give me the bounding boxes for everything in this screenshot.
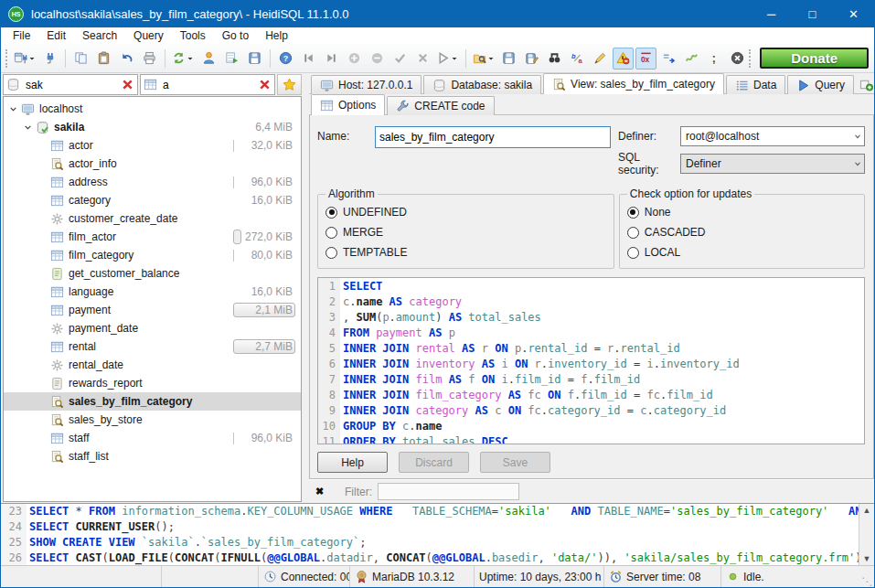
check-option-option-none[interactable]: None <box>627 202 857 222</box>
paste-icon <box>97 51 111 65</box>
main-tab-view-sales-by-film-category[interactable]: View: sales_by_film_category <box>543 73 724 94</box>
tree-item-rental[interactable]: rental2,7 MiB <box>4 337 301 356</box>
main-tab-host-127-0-0-1[interactable]: Host: 127.0.0.1 <box>311 75 421 94</box>
check-option-option-cascaded[interactable]: CASCADED <box>627 222 857 242</box>
tree-item-label: film_category <box>69 249 133 262</box>
sidebar-splitter[interactable] <box>303 73 309 503</box>
view-name-input[interactable] <box>375 126 611 148</box>
algorithm-option-temptable[interactable]: TEMPTABLE <box>325 242 606 262</box>
maximize-button[interactable]: □ <box>792 0 833 27</box>
sql-security-combo[interactable]: Definer <box>680 154 865 174</box>
tree-item-film_category[interactable]: film_category80,0 KiB <box>4 246 301 264</box>
donate-button[interactable]: Donate <box>760 48 869 69</box>
load-file-button[interactable] <box>471 48 496 69</box>
tree-item-language[interactable]: language16,0 KiB <box>4 283 301 301</box>
tree-item-payment_date[interactable]: payment_date <box>4 319 301 337</box>
help-button[interactable]: ? <box>275 48 296 69</box>
tree-item-customer_create_date[interactable]: customer_create_date <box>4 209 301 228</box>
help-button[interactable]: Help <box>317 452 388 473</box>
format-code-button[interactable] <box>590 48 611 69</box>
delete-row-button[interactable] <box>367 48 388 69</box>
print-button[interactable] <box>139 48 160 69</box>
export-rows-button[interactable] <box>221 48 242 69</box>
tree-item-address[interactable]: address96,0 KiB <box>4 173 301 191</box>
filter-input[interactable] <box>378 483 519 500</box>
sub-tab-options[interactable]: Options <box>311 94 385 115</box>
tree-item-actor_info[interactable]: actor_info <box>4 155 301 173</box>
table-filter-input[interactable] <box>161 78 254 92</box>
close-button[interactable]: ✕ <box>833 0 874 27</box>
save-as-button[interactable] <box>521 48 542 69</box>
tree-item-rewards_report[interactable]: rewards_report <box>4 374 301 392</box>
log-scrollbar[interactable]: ▲ ▼ <box>859 504 874 565</box>
tree-item-actor[interactable]: actor32,0 KiB <box>4 136 301 155</box>
apply-button[interactable] <box>389 48 411 69</box>
run-button[interactable] <box>435 48 461 69</box>
tree-item-get_customer_balance[interactable]: get_customer_balance <box>4 264 301 283</box>
replace-button[interactable]: ba <box>567 48 588 69</box>
session-manager-button[interactable] <box>12 48 37 69</box>
favorites-button[interactable] <box>277 74 302 95</box>
main-tab-data[interactable]: Data <box>726 75 785 94</box>
save-file-button[interactable] <box>498 48 519 69</box>
database-filter-input[interactable] <box>24 78 117 92</box>
minimize-button[interactable]: ─ <box>751 0 792 27</box>
connect-button[interactable] <box>39 48 60 69</box>
menu-help[interactable]: Help <box>257 28 296 43</box>
tree-item-category[interactable]: category16,0 KiB <box>4 191 301 209</box>
tree-item-sakila[interactable]: sakila6,4 MiB <box>4 118 301 136</box>
highlight-errors-button[interactable] <box>613 48 634 69</box>
next-result-button[interactable] <box>658 48 679 69</box>
algorithm-option-merge[interactable]: MERGE <box>325 222 606 242</box>
scroll-up-icon[interactable]: ▲ <box>863 506 871 515</box>
menu-edit[interactable]: Edit <box>38 28 74 43</box>
tree-item-localhost[interactable]: localhost <box>4 100 301 118</box>
algorithm-option-undefined[interactable]: UNDEFINED <box>325 202 606 222</box>
user-manager-button[interactable] <box>198 48 219 69</box>
tree-item-staff[interactable]: staff96,0 KiB <box>4 429 301 447</box>
main-new-tab-button[interactable] <box>856 75 875 94</box>
main-tab-database-sakila[interactable]: Database: sakila <box>423 75 541 94</box>
find-button[interactable] <box>544 48 565 69</box>
menu-file[interactable]: File <box>5 28 38 43</box>
clear-filter-icon[interactable] <box>258 78 272 91</box>
menu-search[interactable]: Search <box>74 28 125 43</box>
expander-icon[interactable] <box>7 103 21 115</box>
next-result-icon <box>662 51 676 65</box>
add-row-button[interactable] <box>344 48 365 69</box>
go-last-button[interactable] <box>321 48 342 69</box>
filter-close-icon[interactable]: ✖ <box>315 486 332 497</box>
copy-button[interactable] <box>70 48 91 69</box>
tree-item-rental_date[interactable]: rental_date <box>4 356 301 374</box>
status-text: Connected: 00 <box>281 571 350 583</box>
paste-button[interactable] <box>93 48 114 69</box>
refresh-button[interactable] <box>170 48 196 69</box>
reformat-button[interactable] <box>681 48 702 69</box>
hex-view-button[interactable]: 0x <box>635 48 656 69</box>
check-option-option-local[interactable]: LOCAL <box>627 242 857 262</box>
cancel-button[interactable] <box>412 48 433 69</box>
clear-filter-icon[interactable] <box>121 78 134 91</box>
line-number: 8 <box>318 389 340 404</box>
resize-grip[interactable]: ⋱ <box>861 577 872 586</box>
tree-item-payment[interactable]: payment2,1 MiB <box>4 301 301 319</box>
stop-button[interactable] <box>727 48 748 69</box>
menu-query[interactable]: Query <box>125 28 172 43</box>
delimiter-button[interactable]: ; <box>704 48 725 69</box>
tree-item-sales_by_store[interactable]: sales_by_store <box>4 411 301 429</box>
tree-item-label: sakila <box>54 121 84 134</box>
expander-icon[interactable] <box>22 122 36 134</box>
definer-combo[interactable]: root@localhost <box>680 126 865 146</box>
menu-tools[interactable]: Tools <box>172 28 214 43</box>
go-first-button[interactable] <box>298 48 319 69</box>
tree-item-staff_list[interactable]: staff_list <box>4 447 301 465</box>
menu-go-to[interactable]: Go to <box>214 28 257 43</box>
save-snapshot-button[interactable] <box>244 48 265 69</box>
tree-item-sales_by_film_category[interactable]: sales_by_film_category <box>4 392 301 411</box>
sql-code-editor[interactable]: 1SELECT2c.name AS category3, SUM(p.amoun… <box>317 277 865 444</box>
scroll-down-icon[interactable]: ▼ <box>863 554 871 563</box>
undo-button[interactable] <box>116 48 137 69</box>
tree-item-film_actor[interactable]: film_actor272,0 KiB <box>4 228 301 246</box>
sub-tab-create-code[interactable]: CREATE code <box>387 96 494 115</box>
main-tab-query[interactable]: Query <box>787 75 854 94</box>
